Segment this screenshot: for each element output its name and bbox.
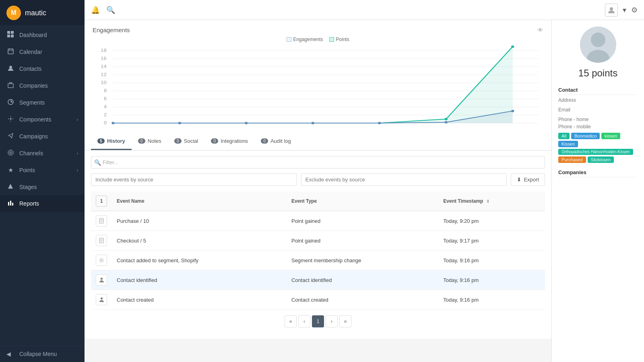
svg-point-67 <box>101 259 103 261</box>
event-type-cell: Point gained <box>287 211 438 231</box>
event-type-cell: Point gained <box>287 231 438 251</box>
settings-icon[interactable]: ⚙ <box>631 6 638 14</box>
svg-text:8: 8 <box>104 88 107 93</box>
main-panel: Engagements 👁 Engagements Points <box>85 20 551 362</box>
export-button[interactable]: ⬇ Export <box>511 173 545 186</box>
pagination-last[interactable]: » <box>339 315 351 327</box>
pagination-first[interactable]: « <box>285 315 297 327</box>
tabs-bar: 5 History 0 Notes 0 Social 0 Integration… <box>85 133 551 150</box>
col-timestamp[interactable]: Event Timestamp ⇕ <box>438 191 545 211</box>
eye-icon[interactable]: 👁 <box>537 27 543 33</box>
calendar-icon <box>6 48 14 56</box>
row-icon-cell <box>91 211 112 231</box>
row-icon-cell <box>91 251 112 270</box>
sidebar-item-stages[interactable]: Stages <box>0 179 85 195</box>
exclude-events-input[interactable] <box>301 173 507 186</box>
sidebar-item-label: Contacts <box>19 66 41 72</box>
contact-avatar <box>580 27 616 63</box>
pagination-next[interactable]: › <box>326 315 338 327</box>
legend-engagements-box <box>287 37 291 42</box>
include-events-input[interactable] <box>91 173 297 186</box>
filter-input[interactable] <box>91 156 545 169</box>
contact-section: Contact Address Email Phone - home Phone… <box>558 87 638 163</box>
doc-icon <box>96 235 107 246</box>
sidebar-item-segments[interactable]: Segments <box>0 94 85 111</box>
col-event-type[interactable]: Event Type <box>287 191 438 211</box>
pagination-current[interactable]: 1 <box>312 315 324 327</box>
contact-points: 15 points <box>558 68 638 79</box>
timestamp-cell: Today, 9:16 pm <box>438 270 545 290</box>
email-label: Email <box>558 107 638 113</box>
col-event-name[interactable]: Event Name <box>112 191 287 211</box>
tags-container: All Bonmedico kissen Kissen Orthopädisch… <box>558 133 638 163</box>
svg-text:14: 14 <box>101 64 107 68</box>
tag-kissen-2[interactable]: Kissen <box>558 141 578 147</box>
sidebar-item-label: Campaigns <box>19 133 48 140</box>
pagination: « ‹ 1 › » <box>91 310 545 333</box>
svg-rect-19 <box>12 203 13 206</box>
sidebar-item-companies[interactable]: Companies <box>0 77 85 94</box>
tab-notes-badge: 0 <box>138 138 145 144</box>
search-icon[interactable]: 🔍 <box>106 6 115 14</box>
tab-history[interactable]: 5 History <box>91 133 132 150</box>
svg-point-46 <box>311 122 314 124</box>
event-type-cell: Contact created <box>287 290 438 310</box>
campaigns-icon <box>6 133 14 140</box>
sidebar-item-components[interactable]: Components › <box>0 111 85 128</box>
svg-rect-17 <box>8 202 9 206</box>
tag-kissen[interactable]: kissen <box>601 133 620 139</box>
filter-input-wrap: 🔍 <box>91 156 545 169</box>
notification-icon[interactable]: 🔔 <box>91 6 100 14</box>
legend-points: Points <box>329 37 349 42</box>
event-name-cell: Contact added to segment, Shopify <box>112 251 287 270</box>
history-panel: 🔍 ⬇ Export <box>85 150 551 339</box>
topbar: 🔔 🔍 ▾ ⚙ <box>85 0 644 20</box>
chart-title: Engagements 👁 <box>93 27 543 33</box>
legend-engagements-label: Engagements <box>293 37 323 42</box>
tag-all[interactable]: All <box>558 133 570 139</box>
svg-point-69 <box>100 278 103 280</box>
svg-text:6: 6 <box>104 97 107 101</box>
user-avatar[interactable] <box>605 4 618 16</box>
sidebar-item-label: Reports <box>19 200 39 207</box>
tab-integrations[interactable]: 0 Integrations <box>204 133 254 150</box>
sidebar-item-points[interactable]: ★ Points › <box>0 162 85 179</box>
sidebar-item-dashboard[interactable]: Dashboard <box>0 26 85 43</box>
tab-social[interactable]: 0 Social <box>168 133 204 150</box>
event-name-cell: Contact created <box>112 290 287 310</box>
chevron-right-icon: › <box>77 168 78 173</box>
svg-point-48 <box>444 121 448 123</box>
sidebar-item-label: Channels <box>19 150 43 156</box>
sidebar-item-calendar[interactable]: Calendar <box>0 43 85 60</box>
tag-sitzkissen[interactable]: Sitzkissen <box>588 156 614 163</box>
filter-row: 🔍 <box>91 156 545 169</box>
sidebar-item-reports[interactable]: Reports <box>0 195 85 212</box>
svg-point-12 <box>10 118 11 120</box>
tag-orthopadisches[interactable]: Orthopädisches Hämorrhoiden-Kissen <box>558 149 633 155</box>
person-icon <box>96 294 107 305</box>
event-name-cell: Checkout / 5 <box>112 231 287 251</box>
collapse-menu-button[interactable]: ◀ Collapse Menu <box>0 346 85 362</box>
sidebar-item-channels[interactable]: Channels › <box>0 145 85 162</box>
export-icon: ⬇ <box>517 177 521 183</box>
table-row: Contact identified Contact identified To… <box>91 270 545 290</box>
sidebar-item-label: Components <box>19 116 51 123</box>
sidebar-item-contacts[interactable]: Contacts <box>0 60 85 77</box>
svg-point-70 <box>100 297 103 300</box>
pagination-prev[interactable]: ‹ <box>298 315 310 327</box>
dropdown-icon[interactable]: ▾ <box>623 6 626 14</box>
tag-purchased[interactable]: Purchased <box>558 156 586 163</box>
sidebar-item-campaigns[interactable]: Campaigns <box>0 128 85 145</box>
tag-bonmedico[interactable]: Bonmedico <box>571 133 600 139</box>
svg-point-72 <box>591 33 605 47</box>
sidebar-item-label: Segments <box>19 99 45 106</box>
tab-history-label: History <box>107 138 125 144</box>
contacts-icon <box>6 65 14 72</box>
sort-number-icon[interactable]: 1 <box>96 195 107 207</box>
logo-text: mautic <box>25 9 46 17</box>
tab-notes[interactable]: 0 Notes <box>132 133 168 150</box>
tab-audit-log[interactable]: 0 Audit log <box>254 133 297 150</box>
table-row: Contact added to segment, Shopify Segmen… <box>91 251 545 270</box>
companies-section-title: Companies <box>558 169 638 177</box>
svg-rect-18 <box>10 201 11 206</box>
